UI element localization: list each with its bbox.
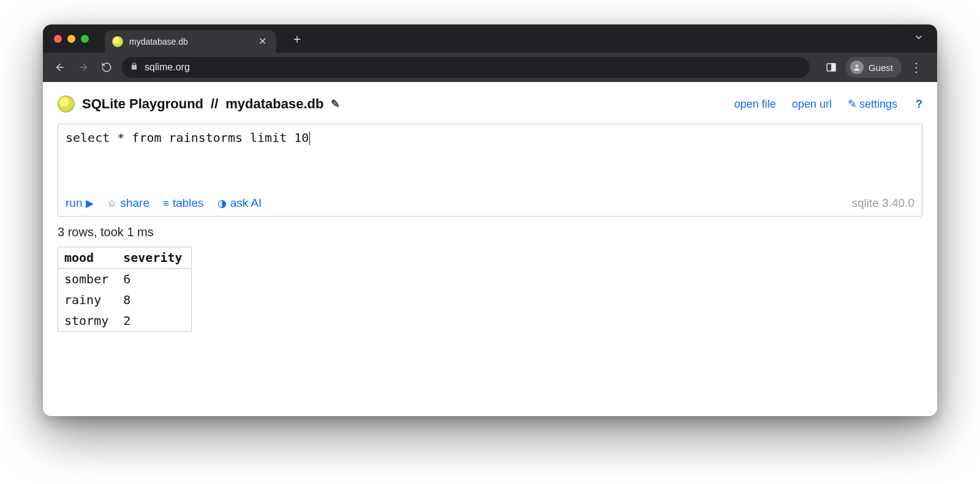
page-header: SQLite Playground // mydatabase.db ✎ ope…: [58, 95, 922, 113]
svg-rect-3: [832, 64, 835, 71]
table-cell: 6: [117, 269, 191, 290]
table-cell: rainy: [58, 289, 118, 310]
table-cell: somber: [58, 269, 118, 290]
forward-button[interactable]: [75, 62, 92, 73]
link-icon: ✎: [848, 98, 857, 110]
title-separator: //: [211, 96, 218, 112]
settings-link[interactable]: ✎settings: [848, 97, 897, 111]
address-text: sqlime.org: [145, 62, 190, 73]
window-controls: [54, 35, 89, 43]
editor-toolbar: run▶ ☆share ≡tables ◑ask AI sqlite 3.40.…: [58, 192, 922, 216]
database-name: mydatabase.db: [225, 96, 323, 112]
back-button[interactable]: [51, 62, 69, 73]
column-header: severity: [117, 247, 191, 269]
play-icon: ▶: [86, 198, 94, 209]
table-row: stormy2: [58, 310, 192, 332]
lock-icon: [130, 62, 138, 73]
favicon-icon: [112, 36, 123, 47]
header-actions: open file open url ✎settings ?: [734, 97, 922, 111]
result-table: moodseverity somber6rainy8stormy2: [58, 247, 192, 332]
close-window-button[interactable]: [54, 35, 62, 43]
page-content: SQLite Playground // mydatabase.db ✎ ope…: [43, 82, 937, 416]
open-url-link[interactable]: open url: [792, 98, 832, 111]
tab-title: mydatabase.db: [129, 37, 250, 47]
star-icon: ☆: [107, 198, 116, 209]
text-caret: [309, 132, 310, 145]
help-link[interactable]: ?: [913, 98, 922, 111]
address-bar[interactable]: sqlime.org: [121, 57, 810, 78]
sql-editor: select * from rainstorms limit 10 run▶ ☆…: [58, 124, 922, 217]
profile-label: Guest: [869, 62, 893, 73]
table-row: rainy8: [58, 289, 192, 310]
minimize-window-button[interactable]: [67, 35, 75, 43]
list-icon: ≡: [163, 198, 169, 209]
share-button[interactable]: ☆share: [107, 196, 149, 210]
browser-menu-button[interactable]: ⋮: [905, 58, 929, 77]
edit-name-button[interactable]: ✎: [331, 97, 340, 111]
toolbar-right: Guest ⋮: [821, 57, 929, 78]
browser-tab[interactable]: mydatabase.db ✕: [105, 31, 276, 53]
table-cell: stormy: [58, 310, 118, 332]
svg-point-4: [856, 64, 859, 67]
sql-input[interactable]: select * from rainstorms limit 10: [58, 124, 922, 192]
browser-toolbar: sqlime.org Guest ⋮: [43, 53, 937, 82]
ai-icon: ◑: [217, 198, 227, 209]
table-header-row: moodseverity: [58, 247, 192, 269]
open-file-link[interactable]: open file: [734, 98, 776, 111]
tabs-dropdown-button[interactable]: [908, 29, 930, 48]
close-tab-button[interactable]: ✕: [256, 35, 269, 48]
new-tab-button[interactable]: ＋: [286, 30, 308, 47]
avatar-icon: [850, 61, 864, 74]
maximize-window-button[interactable]: [81, 35, 89, 43]
sqlite-version: sqlite 3.40.0: [852, 196, 914, 210]
run-button[interactable]: run▶: [66, 196, 94, 210]
sql-text: select * from rainstorms limit 10: [66, 130, 309, 145]
tab-strip: mydatabase.db ✕ ＋: [43, 24, 937, 53]
app-logo-icon: [58, 95, 75, 113]
table-cell: 2: [117, 310, 191, 332]
table-row: somber6: [58, 269, 192, 290]
profile-button[interactable]: Guest: [845, 57, 902, 78]
app-title: SQLite Playground: [82, 96, 203, 112]
ask-ai-button[interactable]: ◑ask AI: [217, 196, 262, 210]
table-cell: 8: [117, 289, 191, 310]
panel-toggle-button[interactable]: [821, 57, 842, 78]
browser-window: mydatabase.db ✕ ＋ sqlime.or: [43, 24, 937, 416]
reload-button[interactable]: [98, 62, 115, 73]
tables-button[interactable]: ≡tables: [163, 196, 204, 210]
column-header: mood: [58, 247, 118, 269]
result-status: 3 rows, took 1 ms: [58, 225, 922, 239]
